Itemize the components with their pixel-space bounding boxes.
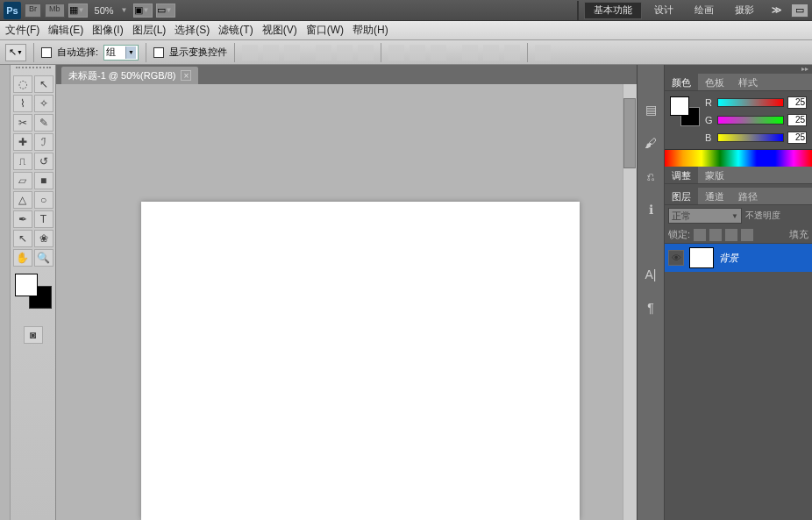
autoselect-checkbox[interactable] <box>41 47 52 58</box>
minibridge-button[interactable]: Mb <box>45 4 65 18</box>
layer-name[interactable]: 背景 <box>719 252 738 265</box>
menu-filter[interactable]: 滤镜(T) <box>218 23 253 38</box>
b-slider[interactable] <box>717 133 784 142</box>
tab-masks[interactable]: 蒙版 <box>698 167 731 183</box>
layer-thumbnail[interactable] <box>689 247 714 268</box>
current-tool-indicator[interactable]: ↖▼ <box>5 44 26 61</box>
main-area: ◌↖ ⌇✧ ✂✎ ✚ℐ ⎍↺ ▱■ △○ ✒T ↖❀ ✋🔍 ◙ 未标题-1 @ … <box>0 65 812 520</box>
autoselect-target-select[interactable]: 组▼ <box>103 45 139 61</box>
paragraph-panel-icon[interactable]: ¶ <box>641 298 660 317</box>
r-value[interactable]: 25 <box>787 96 807 109</box>
align-right-icon <box>358 45 374 61</box>
divider <box>146 43 146 62</box>
panel-fg-color[interactable] <box>670 96 689 116</box>
blend-mode-select[interactable]: 正常▼ <box>668 208 742 224</box>
tab-channels[interactable]: 通道 <box>698 188 731 204</box>
divider <box>577 1 579 20</box>
gradient-tool[interactable]: ■ <box>34 172 53 189</box>
lock-transparent-icon[interactable] <box>694 229 706 241</box>
lock-position-icon[interactable] <box>725 229 737 241</box>
screen-mode-button[interactable]: ▭▼ <box>156 4 175 18</box>
menu-select[interactable]: 选择(S) <box>175 23 210 38</box>
scrollbar-thumb[interactable] <box>623 98 636 168</box>
lock-pixels-icon[interactable] <box>709 229 722 241</box>
heal-tool[interactable]: ✚ <box>13 133 32 151</box>
vertical-scrollbar[interactable] <box>623 84 637 520</box>
tab-color[interactable]: 颜色 <box>665 74 698 90</box>
panel-collapse-button[interactable]: ▸▸ <box>665 65 812 74</box>
tab-adjustments[interactable]: 调整 <box>665 167 698 183</box>
toolbox-grip[interactable] <box>16 67 51 74</box>
workspace-painting[interactable]: 绘画 <box>686 2 723 19</box>
menu-image[interactable]: 图像(I) <box>92 23 123 38</box>
blur-tool[interactable]: △ <box>13 191 32 209</box>
clone-panel-icon[interactable]: ⎌ <box>641 167 660 186</box>
foreground-color[interactable] <box>15 274 38 296</box>
workspace-photography[interactable]: 摄影 <box>726 2 763 19</box>
canvas[interactable] <box>141 202 580 520</box>
workspace-essentials[interactable]: 基本功能 <box>584 2 642 19</box>
collapsed-dock: ▤ 🖌 ⎌ ℹ A| ¶ <box>637 65 665 520</box>
menu-layer[interactable]: 图层(L) <box>132 23 167 38</box>
tab-styles[interactable]: 样式 <box>731 74 765 90</box>
workspace-design[interactable]: 设计 <box>645 2 682 19</box>
tab-swatches[interactable]: 色板 <box>698 74 731 90</box>
document-tab[interactable]: 未标题-1 @ 50%(RGB/8) × <box>61 67 198 84</box>
minimize-button[interactable]: ▭ <box>791 4 808 18</box>
brush-panel-icon[interactable]: 🖌 <box>641 133 660 153</box>
path-tool[interactable]: ↖ <box>13 230 32 247</box>
distribute-right-icon <box>504 45 520 61</box>
bridge-button[interactable]: Br <box>25 4 41 18</box>
view-extras-button[interactable]: ▣▼ <box>133 4 153 18</box>
r-slider[interactable] <box>717 98 784 107</box>
visibility-icon[interactable]: 👁 <box>668 250 684 266</box>
eraser-tool[interactable]: ▱ <box>13 172 32 189</box>
info-panel-icon[interactable]: ℹ <box>641 200 660 219</box>
document-area: 未标题-1 @ 50%(RGB/8) × <box>56 65 637 520</box>
type-tool[interactable]: T <box>34 210 53 228</box>
lock-all-icon[interactable] <box>741 229 753 241</box>
brush-tool[interactable]: ℐ <box>34 133 53 151</box>
quickmask-tool[interactable]: ◙ <box>24 326 43 344</box>
align-top-icon <box>242 45 258 61</box>
hand-tool[interactable]: ✋ <box>13 249 32 267</box>
menu-file[interactable]: 文件(F) <box>5 23 39 38</box>
menu-view[interactable]: 视图(V) <box>262 23 297 38</box>
zoom-level[interactable]: 50% <box>91 5 118 16</box>
workspace-more[interactable]: ≫ <box>766 4 787 16</box>
layout-picker[interactable]: ▦▼ <box>68 4 88 18</box>
g-slider[interactable] <box>717 116 784 125</box>
color-swatch[interactable] <box>15 274 52 309</box>
crop-tool[interactable]: ✂ <box>13 114 32 132</box>
align-hcenter-icon <box>337 45 353 61</box>
eyedropper-tool[interactable]: ✎ <box>34 114 53 132</box>
zoom-tool[interactable]: 🔍 <box>34 249 53 267</box>
layer-row-background[interactable]: 👁 背景 <box>665 244 812 272</box>
ps-logo: Ps <box>4 2 21 19</box>
menu-window[interactable]: 窗口(W) <box>306 23 344 38</box>
wand-tool[interactable]: ✧ <box>34 95 53 112</box>
shape-tool[interactable]: ❀ <box>34 230 53 247</box>
b-value[interactable]: 25 <box>787 132 807 144</box>
dodge-tool[interactable]: ○ <box>34 191 53 209</box>
pen-tool[interactable]: ✒ <box>13 210 32 228</box>
history-panel-icon[interactable]: ▤ <box>641 100 660 119</box>
zoom-dropdown-icon[interactable]: ▼ <box>121 6 130 15</box>
canvas-viewport[interactable] <box>56 84 637 520</box>
menu-help[interactable]: 帮助(H) <box>353 23 388 38</box>
character-panel-icon[interactable]: A| <box>641 265 660 284</box>
color-panel-swatch[interactable] <box>670 96 700 126</box>
stamp-tool[interactable]: ⎍ <box>13 153 32 170</box>
lasso-tool[interactable]: ⌇ <box>13 95 32 112</box>
marquee-tool[interactable]: ◌ <box>13 75 32 93</box>
move-tool[interactable]: ↖ <box>34 75 53 93</box>
color-spectrum[interactable] <box>665 149 812 167</box>
tab-layers[interactable]: 图层 <box>665 188 698 204</box>
close-icon[interactable]: × <box>181 70 191 81</box>
showtransform-checkbox[interactable] <box>153 47 164 58</box>
menu-edit[interactable]: 编辑(E) <box>48 23 83 38</box>
tab-paths[interactable]: 路径 <box>731 188 765 204</box>
history-brush-tool[interactable]: ↺ <box>34 153 53 170</box>
tool-strip-handle[interactable] <box>0 65 11 520</box>
g-value[interactable]: 25 <box>787 114 807 126</box>
